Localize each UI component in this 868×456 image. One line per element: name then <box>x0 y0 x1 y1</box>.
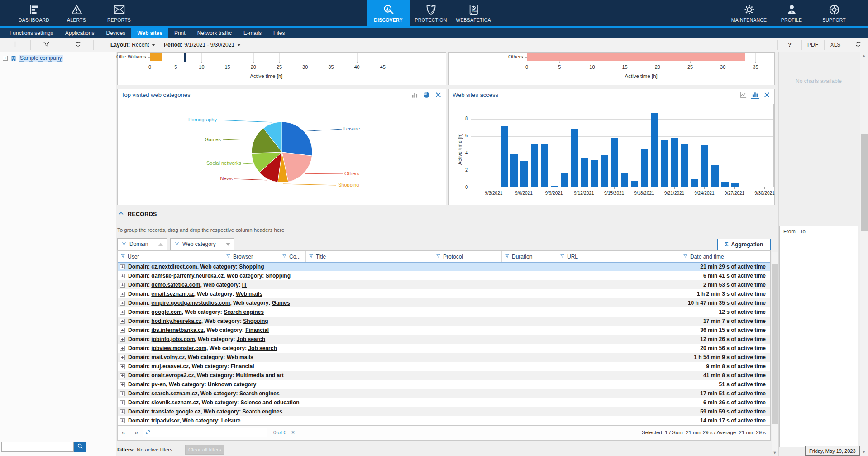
nav-item-websafetica[interactable]: WWWWEBSAFETICA <box>452 0 495 26</box>
domain-link[interactable]: muj.erasvet.cz <box>151 363 189 370</box>
bar-9-8-2021[interactable] <box>541 144 548 187</box>
category-link[interactable]: Games <box>272 300 290 306</box>
table-row[interactable]: +Domain: cz.nextdirect.com, Web category… <box>118 262 770 271</box>
bar-9-14-2021[interactable] <box>601 155 608 187</box>
nav-item-support[interactable]: SUPPORT <box>813 0 855 26</box>
category-link[interactable]: IT <box>242 282 247 288</box>
domain-link[interactable]: demo.safetica.com <box>151 282 200 288</box>
domain-link[interactable]: jobinfo.jobs.com <box>151 336 195 342</box>
category-link[interactable]: Search engines <box>239 390 280 397</box>
column-header-co[interactable]: Co... <box>279 251 306 262</box>
table-row[interactable]: +Domain: search.seznam.cz, Web category:… <box>118 389 770 398</box>
bar-9-27-2021[interactable] <box>731 183 739 187</box>
tab-e-mails[interactable]: E-mails <box>238 28 267 38</box>
filter-button[interactable] <box>37 38 56 52</box>
table-row[interactable]: +Domain: demo.safetica.com, Web category… <box>118 280 770 289</box>
table-row[interactable]: +Domain: translate.google.cz, Web catego… <box>118 407 770 416</box>
domain-link[interactable]: jobview.monster.com <box>151 345 206 351</box>
tab-files[interactable]: Files <box>267 28 291 38</box>
bar-9-22-2021[interactable] <box>681 144 688 187</box>
column-header-protocol[interactable]: Protocol <box>433 251 502 262</box>
domain-link[interactable]: email.seznam.cz <box>151 291 194 297</box>
row-expander-icon[interactable]: + <box>120 328 125 333</box>
bar-9-6-2021[interactable] <box>520 161 528 187</box>
category-link[interactable]: Shopping <box>239 264 264 270</box>
category-link[interactable]: Financial <box>245 327 269 333</box>
row-expander-icon[interactable]: + <box>120 301 125 306</box>
scroll-down-icon[interactable]: ▼ <box>772 451 778 455</box>
tab-print[interactable]: Print <box>168 28 191 38</box>
page-filter-input[interactable] <box>151 430 267 435</box>
tree-expander-icon[interactable]: + <box>3 56 8 61</box>
period-dropdown[interactable]: Period: 9/1/2021 - 9/30/2021 <box>164 38 241 52</box>
category-link[interactable]: Science and education <box>241 399 300 406</box>
bar-9-7-2021[interactable] <box>531 144 538 187</box>
domain-link[interactable]: tripadvisor <box>151 418 179 424</box>
sidebar-item-sample-company[interactable]: + Sample company <box>3 55 63 62</box>
group-chip-domain[interactable]: Domain <box>117 238 167 250</box>
refresh-button[interactable] <box>68 38 87 52</box>
domain-link[interactable]: mail.volny.cz <box>151 354 185 360</box>
close-icon[interactable] <box>434 91 442 99</box>
domain-link[interactable]: translate.google.cz <box>151 408 200 415</box>
column-header-duration[interactable]: Duration <box>502 251 557 262</box>
bar-9-25-2021[interactable] <box>711 165 719 187</box>
row-expander-icon[interactable]: + <box>120 346 125 351</box>
category-link[interactable]: Search engines <box>224 309 264 315</box>
row-expander-icon[interactable]: + <box>120 292 125 297</box>
pie-slice-leisure[interactable] <box>282 122 312 156</box>
sidebar-search-input[interactable] <box>1 442 74 452</box>
nav-item-maintenance[interactable]: MAINTENANCE <box>728 0 770 26</box>
row-expander-icon[interactable]: + <box>120 337 125 342</box>
last-page-button[interactable]: » <box>134 429 138 436</box>
bar-9-23-2021[interactable] <box>691 179 698 187</box>
tab-applications[interactable]: Applications <box>59 28 100 38</box>
category-link[interactable]: Multimedia and art <box>236 372 284 379</box>
bar-9-18-2021[interactable] <box>641 149 648 187</box>
row-expander-icon[interactable]: + <box>120 382 125 387</box>
table-row[interactable]: +Domain: mail.volny.cz, Web category: We… <box>118 353 770 362</box>
row-expander-icon[interactable]: + <box>120 364 125 369</box>
nav-item-alerts[interactable]: ALERTS <box>55 0 98 26</box>
nav-item-dashboard[interactable]: DASHBOARD <box>13 0 55 26</box>
page-scrollbar-track[interactable] <box>860 52 868 456</box>
category-link[interactable]: Shopping <box>266 273 291 279</box>
bar-9-16-2021[interactable] <box>621 173 628 187</box>
bar-9-10-2021[interactable] <box>561 173 568 187</box>
scroll-up-icon[interactable]: ▲ <box>861 53 867 58</box>
category-link[interactable]: Shopping <box>243 318 268 324</box>
pie-chart-view-icon[interactable] <box>423 91 430 99</box>
table-row[interactable]: +Domain: onair.evropa2.cz, Web category:… <box>118 371 770 380</box>
category-link[interactable]: Job search <box>248 345 277 351</box>
table-row[interactable]: +Domain: hodinky.heureka.cz, Web categor… <box>118 317 770 326</box>
nav-item-discovery[interactable]: DISCOVERY <box>367 0 410 26</box>
column-header-user[interactable]: User <box>118 251 223 262</box>
row-expander-icon[interactable]: + <box>120 400 125 405</box>
clear-page-filter-icon[interactable]: × <box>291 429 295 436</box>
bar-9-26-2021[interactable] <box>721 182 729 187</box>
bar-9-9-2021[interactable] <box>551 186 558 187</box>
line-chart-view-icon[interactable] <box>739 91 747 99</box>
group-chip-web-category[interactable]: Web category <box>170 238 234 250</box>
table-row[interactable]: +Domain: pv-en, Web category: Unknown ca… <box>118 380 770 389</box>
table-row[interactable]: +Domain: tripadvisor, Web category: Leis… <box>118 416 770 425</box>
records-scrollbar-thumb[interactable] <box>772 264 778 424</box>
nav-item-reports[interactable]: REPORTS <box>98 0 140 26</box>
tab-devices[interactable]: Devices <box>100 28 131 38</box>
domain-link[interactable]: ibs.internetbanka.cz <box>151 327 203 333</box>
close-icon[interactable] <box>763 91 771 99</box>
table-row[interactable]: +Domain: damske-parfemy.heureka.cz, Web … <box>118 271 770 280</box>
bar-9-21-2021[interactable] <box>671 138 678 187</box>
domain-link[interactable]: cz.nextdirect.com <box>151 264 197 270</box>
table-row[interactable]: +Domain: ibs.internetbanka.cz, Web categ… <box>118 326 770 335</box>
column-header-title[interactable]: Title <box>306 251 433 262</box>
row-expander-icon[interactable]: + <box>120 373 125 378</box>
layout-dropdown[interactable]: Layout: Recent <box>110 38 155 52</box>
row-expander-icon[interactable]: + <box>120 409 125 414</box>
bar-9-12-2021[interactable] <box>581 158 588 187</box>
domain-link[interactable]: pv-en <box>151 381 166 388</box>
bar-chart-view-icon[interactable] <box>751 91 759 99</box>
row-expander-icon[interactable]: + <box>120 310 125 315</box>
domain-link[interactable]: damske-parfemy.heureka.cz <box>151 273 224 279</box>
add-chart-button[interactable] <box>5 38 24 52</box>
